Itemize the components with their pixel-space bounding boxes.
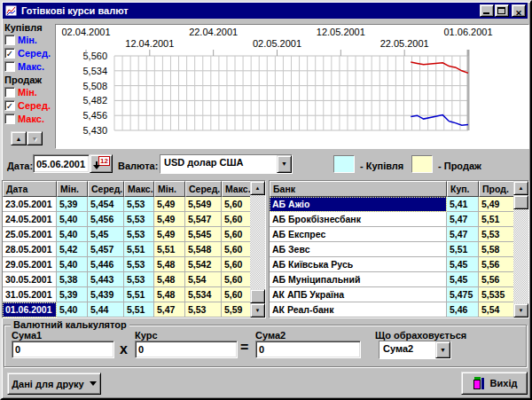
buy-checkbox[interactable]: ✓ [4,48,15,59]
rates-column-header[interactable]: Серед. [185,181,222,197]
minimize-button[interactable] [480,4,494,17]
rates-value-cell[interactable]: 5,549 [185,197,222,212]
rates-value-cell[interactable]: 5,49 [154,212,185,227]
banks-table-row[interactable]: АБ Експрес5,475,53 [270,227,528,242]
banks-table-row[interactable]: АК АПБ Україна5,4755,535 [270,287,528,302]
rates-table-row[interactable]: 24.05.20015,405,4565,535,495,5475,60 [3,212,265,227]
rates-table-row[interactable]: 01.06.20015,405,445,515,475,535,59 [3,302,265,318]
sell-checkbox[interactable]: ✓ [4,100,15,111]
bank-sell-cell[interactable]: 5,53 [479,227,515,242]
sum2-input[interactable] [255,341,361,358]
banks-table-row[interactable]: АБ Муніципальний5,455,56 [270,272,528,287]
compute-mode-select[interactable]: Сума2 ▼ [379,341,451,359]
rates-table-row[interactable]: 28.05.20015,425,4575,515,515,5485,60 [3,242,265,257]
rates-date-cell[interactable]: 29.05.2001 [3,257,57,272]
rates-value-cell[interactable]: 5,48 [154,257,185,272]
rates-column-header[interactable]: Мін. [154,181,185,197]
rates-column-header[interactable]: Макс. [222,181,252,197]
buy-option-row[interactable]: Мін. [4,34,57,46]
banks-column-header[interactable]: Прод. [479,181,515,197]
rates-column-header[interactable]: Дата [3,181,57,197]
bank-name-cell[interactable]: АБ Зевс [270,242,447,257]
scrollbar-up-button[interactable]: ▲ [513,181,528,195]
rates-value-cell[interactable]: 5,48 [154,272,185,287]
sell-checkbox[interactable] [4,114,15,124]
bank-sell-cell[interactable]: 5,58 [479,242,515,257]
rates-value-cell[interactable]: 5,40 [57,212,88,227]
sell-checkbox[interactable] [4,87,15,98]
buy-checkbox[interactable] [4,61,15,72]
rates-value-cell[interactable]: 5,44 [88,302,124,318]
rates-value-cell[interactable]: 5,456 [88,212,124,227]
rates-value-cell[interactable]: 5,60 [222,257,252,272]
bank-name-cell[interactable]: АК АПБ Україна [270,287,447,302]
rates-table-row[interactable]: 29.05.20015,405,4465,535,485,5425,60 [3,257,265,272]
currency-dropdown-button[interactable]: ▼ [277,155,292,173]
rates-table-row[interactable]: 23.05.20015,395,4545,535,495,5495,60 [3,197,265,212]
bank-sell-cell[interactable]: 5,51 [479,212,515,227]
maximize-button[interactable] [495,4,509,17]
scrollbar-down-button[interactable]: ▼ [250,303,265,318]
bank-name-cell[interactable]: АБ Ажіо [270,197,447,212]
rates-value-cell[interactable]: 5,47 [154,302,185,318]
bank-buy-cell[interactable]: 5,51 [447,242,479,257]
bank-sell-cell[interactable]: 5,535 [479,287,515,302]
buy-option-row[interactable]: ✓Серед. [4,47,57,59]
banks-table-row[interactable]: АБ Ажіо5,415,49 [270,197,528,212]
exit-button[interactable]: Вихід [461,372,528,395]
bank-name-cell[interactable]: АБ Муніципальний [270,272,447,287]
rates-date-cell[interactable]: 31.05.2001 [3,287,57,302]
sum1-input[interactable] [12,341,114,358]
banks-table-row[interactable]: АБ Зевс5,515,58 [270,242,528,257]
rates-value-cell[interactable]: 5,53 [124,197,154,212]
calendar-button[interactable]: 12 [90,154,113,173]
rates-date-cell[interactable]: 30.05.2001 [3,272,57,287]
rates-value-cell[interactable]: 5,53 [124,272,154,287]
rates-value-cell[interactable]: 5,53 [185,302,222,318]
rates-table-scrollbar[interactable]: ▲ ▼ [250,181,265,318]
sell-option-row[interactable]: ✓Серед. [4,99,57,112]
rates-value-cell[interactable]: 5,446 [88,257,124,272]
rates-column-header[interactable]: Макс. [124,181,154,197]
bank-buy-cell[interactable]: 5,475 [447,287,479,302]
rates-value-cell[interactable]: 5,39 [57,197,88,212]
rates-date-cell[interactable]: 01.06.2001 [3,302,57,318]
rates-table-row[interactable]: 25.05.20015,405,455,535,495,5455,60 [3,227,265,242]
rates-value-cell[interactable]: 5,54 [185,272,222,287]
bank-name-cell[interactable]: АБ Брокбізнесбанк [270,212,447,227]
banks-column-header[interactable]: Куп. [447,181,479,197]
bank-name-cell[interactable]: АБ Експрес [270,227,447,242]
rates-column-header[interactable]: Серед. [88,181,124,197]
rates-value-cell[interactable]: 5,545 [185,227,222,242]
rates-value-cell[interactable]: 5,59 [222,302,252,318]
banks-table-row[interactable]: АК Реал-банк5,465,54 [270,302,528,318]
rates-value-cell[interactable]: 5,454 [88,197,124,212]
rates-value-cell[interactable]: 5,60 [222,212,252,227]
rates-value-cell[interactable]: 5,534 [185,287,222,302]
rates-value-cell[interactable]: 5,40 [57,257,88,272]
bank-name-cell[interactable]: АБ Київська Русь [270,257,447,272]
rates-value-cell[interactable]: 5,60 [222,287,252,302]
scroll-left-button[interactable]: ▲ [11,131,27,145]
rates-value-cell[interactable]: 5,53 [124,212,154,227]
rates-value-cell[interactable]: 5,42 [57,242,88,257]
compute-dropdown-button[interactable]: ▼ [435,341,450,358]
bank-name-cell[interactable]: АК Реал-банк [270,302,447,318]
rates-value-cell[interactable]: 5,51 [124,287,154,302]
rates-value-cell[interactable]: 5,457 [88,242,124,257]
rates-value-cell[interactable]: 5,439 [88,287,124,302]
scrollbar-down-button[interactable]: ▼ [513,303,528,318]
bank-buy-cell[interactable]: 5,45 [447,272,479,287]
rates-value-cell[interactable]: 5,49 [154,227,185,242]
scroll-right-button[interactable]: ▼ [27,131,43,145]
rates-value-cell[interactable]: 5,60 [222,197,252,212]
rates-column-header[interactable]: Мін. [57,181,88,197]
bank-sell-cell[interactable]: 5,49 [479,197,515,212]
rates-date-cell[interactable]: 24.05.2001 [3,212,57,227]
bank-buy-cell[interactable]: 5,47 [447,212,479,227]
rates-value-cell[interactable]: 5,60 [222,242,252,257]
bank-buy-cell[interactable]: 5,47 [447,227,479,242]
rates-value-cell[interactable]: 5,53 [124,227,154,242]
rates-value-cell[interactable]: 5,49 [154,197,185,212]
close-button[interactable]: ✕ [512,4,526,17]
